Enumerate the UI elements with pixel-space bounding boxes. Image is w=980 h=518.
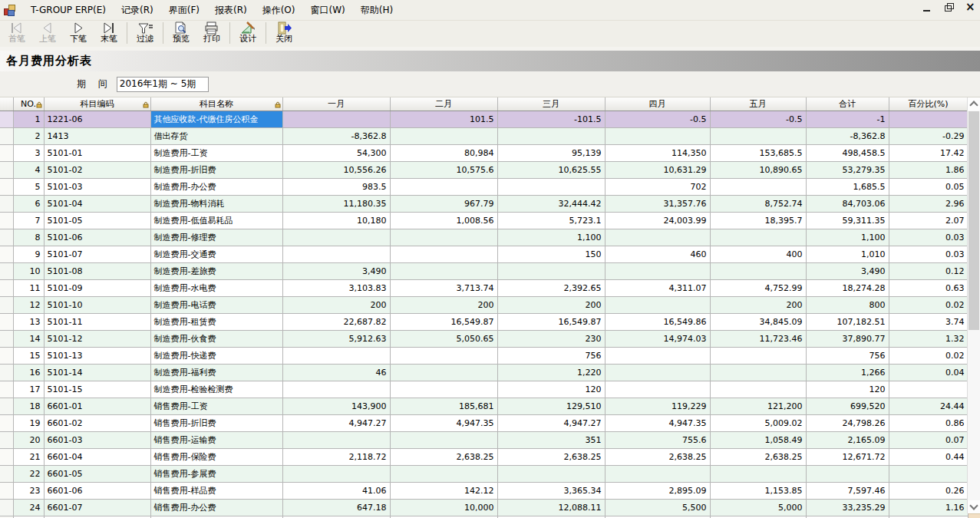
cell[interactable]: 制造费用-租赁费: [150, 314, 282, 331]
cell[interactable]: 41.06: [282, 483, 390, 500]
cell[interactable]: 121,200: [710, 398, 806, 415]
scrollbar-thumb[interactable]: [968, 111, 979, 330]
cell[interactable]: 0.04: [889, 365, 968, 381]
cell[interactable]: 0.03: [889, 246, 968, 263]
cell[interactable]: 37,890.77: [806, 331, 889, 348]
cell[interactable]: 10,180: [282, 213, 390, 229]
cell[interactable]: 4,947.27: [497, 415, 605, 432]
cell[interactable]: 3: [13, 145, 44, 162]
column-header-mar[interactable]: 三月: [497, 97, 605, 111]
cell[interactable]: 3.74: [889, 314, 968, 331]
cell[interactable]: 1,058.49: [710, 432, 806, 449]
scroll-down-button[interactable]: [968, 500, 980, 513]
row-selector[interactable]: [0, 331, 13, 348]
cell[interactable]: 647.18: [282, 500, 390, 516]
cell[interactable]: 5101-11: [44, 314, 150, 331]
cell[interactable]: 1221-06: [44, 111, 150, 128]
cell[interactable]: 18: [13, 398, 44, 415]
cell[interactable]: 2.96: [889, 196, 968, 213]
menu-item-record[interactable]: 记录(R): [114, 2, 161, 19]
cell[interactable]: 46: [282, 365, 390, 381]
row-selector[interactable]: [0, 348, 13, 365]
first-record-button[interactable]: 首笔: [2, 21, 32, 47]
cell[interactable]: 1413: [44, 128, 150, 145]
vertical-scrollbar[interactable]: [967, 97, 980, 513]
cell[interactable]: 10,625.55: [497, 162, 605, 179]
cell[interactable]: [390, 179, 497, 196]
cell[interactable]: 制造费用-低值易耗品: [150, 213, 282, 229]
cell[interactable]: 1,266: [806, 365, 889, 381]
cell[interactable]: 2,638.25: [497, 449, 605, 466]
cell[interactable]: 3,490: [282, 263, 390, 280]
cell[interactable]: 1,153.85: [710, 483, 806, 500]
cell[interactable]: -8,362.8: [806, 128, 889, 145]
cell[interactable]: 3,713.74: [390, 280, 497, 297]
cell[interactable]: [390, 365, 497, 381]
cell[interactable]: [390, 263, 497, 280]
cell[interactable]: 5: [13, 179, 44, 196]
cell[interactable]: 13: [13, 314, 44, 331]
cell[interactable]: 1,100: [497, 229, 605, 246]
cell[interactable]: [390, 246, 497, 263]
cell[interactable]: 22: [13, 466, 44, 483]
cell[interactable]: 4,311.07: [605, 280, 710, 297]
cell[interactable]: [390, 381, 497, 398]
cell[interactable]: 12,671.72: [806, 449, 889, 466]
row-selector[interactable]: [0, 398, 13, 415]
cell[interactable]: [605, 128, 710, 145]
cell[interactable]: 6601-02: [44, 415, 150, 432]
cell[interactable]: [605, 229, 710, 246]
cell[interactable]: 24.44: [889, 398, 968, 415]
cell[interactable]: 5101-15: [44, 381, 150, 398]
cell[interactable]: 销售费用-参展费: [150, 466, 282, 483]
cell[interactable]: 制造费用-伙食费: [150, 331, 282, 348]
cell[interactable]: [806, 466, 889, 483]
cell[interactable]: [282, 229, 390, 246]
cell[interactable]: 5,723.1: [497, 213, 605, 229]
cell[interactable]: 6601-05: [44, 466, 150, 483]
cell[interactable]: 4,947.27: [282, 415, 390, 432]
cell[interactable]: 119,229: [605, 398, 710, 415]
cell[interactable]: 8,752.74: [710, 196, 806, 213]
cell[interactable]: 2,392.65: [497, 280, 605, 297]
cell[interactable]: 21: [13, 449, 44, 466]
cell[interactable]: 0.26: [889, 483, 968, 500]
minimize-icon[interactable]: [922, 2, 932, 13]
cell[interactable]: 6601-06: [44, 483, 150, 500]
cell[interactable]: [605, 466, 710, 483]
cell[interactable]: 5,009.02: [710, 415, 806, 432]
row-selector[interactable]: [0, 500, 13, 516]
cell[interactable]: 制造费用-差旅费: [150, 263, 282, 280]
cell[interactable]: 3,365.34: [497, 483, 605, 500]
cell[interactable]: 12: [13, 297, 44, 314]
cell[interactable]: 983.5: [282, 179, 390, 196]
cell[interactable]: 5101-14: [44, 365, 150, 381]
cell[interactable]: 7,597.46: [806, 483, 889, 500]
cell[interactable]: 34,845.09: [710, 314, 806, 331]
cell[interactable]: [605, 348, 710, 365]
cell[interactable]: 10,575.6: [390, 162, 497, 179]
cell[interactable]: [710, 365, 806, 381]
column-header-percent[interactable]: 百分比(%): [889, 97, 968, 111]
cell[interactable]: [390, 229, 497, 246]
cell[interactable]: -0.5: [605, 111, 710, 128]
cell[interactable]: 0.05: [889, 179, 968, 196]
cell[interactable]: 销售费用-折旧费: [150, 415, 282, 432]
cell[interactable]: 12,088.11: [497, 500, 605, 516]
cell[interactable]: 11: [13, 280, 44, 297]
cell[interactable]: 6: [13, 196, 44, 213]
cell[interactable]: 14,974.03: [605, 331, 710, 348]
cell[interactable]: 制造费用-电话费: [150, 297, 282, 314]
cell[interactable]: 756: [497, 348, 605, 365]
column-header-jan[interactable]: 一月: [282, 97, 390, 111]
cell[interactable]: [497, 263, 605, 280]
cell[interactable]: 1.32: [889, 331, 968, 348]
row-selector[interactable]: [0, 415, 13, 432]
cell[interactable]: [889, 381, 968, 398]
cell[interactable]: 16,549.87: [497, 314, 605, 331]
cell[interactable]: 11,723.46: [710, 331, 806, 348]
cell[interactable]: 24,003.99: [605, 213, 710, 229]
cell[interactable]: [710, 348, 806, 365]
cell[interactable]: 5101-05: [44, 213, 150, 229]
row-selector[interactable]: [0, 466, 13, 483]
